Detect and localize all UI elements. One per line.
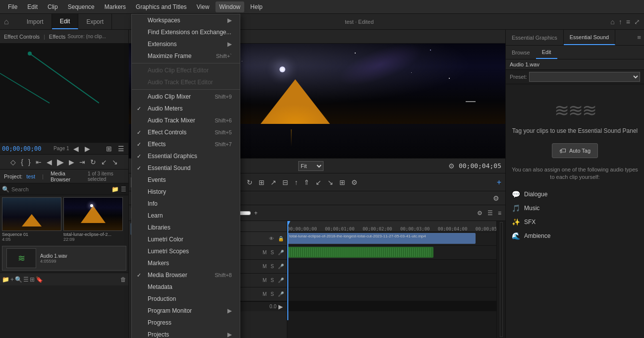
new-bin-btn[interactable]: 📁 [2,276,9,283]
source-settings-btn[interactable]: ⊞ [104,144,114,154]
menu-item-markers[interactable]: Markers [132,257,240,269]
program-safe-margins[interactable]: ⊞ [257,177,267,187]
menu-sequence[interactable]: Sequence [64,1,99,12]
home-icon[interactable]: ⌂ [4,17,9,26]
maximize-icon[interactable]: ⤢ [634,18,640,26]
find-btn[interactable]: 🔍 [15,276,22,283]
a2-3-s[interactable]: S [269,291,275,297]
source-step-fwd[interactable]: ▶ [67,157,76,167]
a2-2-mic[interactable]: 🎤 [277,278,285,283]
menu-item-metadata[interactable]: Metadata [132,281,240,293]
zoom-in-btn[interactable]: + [252,209,260,218]
program-overwrite[interactable]: ↘ [325,177,335,187]
menu-item-effects[interactable]: ✓ Effects Shift+7 [132,138,240,150]
menu-item-audio-track-mixer[interactable]: Audio Track Mixer Shift+6 [132,114,240,126]
panel-menu-btn[interactable]: ≡ [496,209,503,218]
a2-3-m[interactable]: M [262,291,268,297]
menu-item-workspaces[interactable]: Workspaces ▶ [132,14,240,26]
a1-clip[interactable] [287,247,433,258]
page-prev-btn[interactable]: ◀ [71,144,81,154]
menu-item-history[interactable]: History [132,186,240,198]
program-settings-btn[interactable]: ⚙ [446,161,457,171]
a2-3-mic[interactable]: 🎤 [277,291,285,297]
menu-item-maximize-frame[interactable]: Maximize Frame Shift+` [132,50,240,62]
program-trim[interactable]: ⊟ [280,177,290,187]
menu-graphics[interactable]: Graphics and Titles [132,1,191,12]
source-step-back[interactable]: ◀ [45,157,54,167]
sub-tab-edit[interactable]: Edit [536,46,557,59]
settings-btn[interactable]: ⚙ [475,209,484,218]
list-btn[interactable]: ☰ [485,209,495,218]
preset-select[interactable] [529,72,640,82]
a1-mic-btn[interactable]: 🎤 [277,250,285,255]
a2-1-mic[interactable]: 🎤 [277,264,285,269]
source-in-point[interactable]: { [19,157,25,167]
source-overwrite[interactable]: ↘ [110,157,120,167]
menu-item-essential-graphics[interactable]: ✓ Essential Graphics [132,150,240,162]
settings-icon-top[interactable]: ≡ [626,18,630,26]
menu-item-lumetri-scopes[interactable]: Lumetri Scopes [132,245,240,257]
audio-type-music[interactable]: 🎵 Music [512,201,638,215]
menu-item-projects[interactable]: Projects ▶ [132,329,240,338]
v1-lock-btn[interactable]: 🔒 [277,236,285,241]
audio-item[interactable]: ≋ Audio 1.wav 4:05599 [2,246,126,271]
program-export-frame[interactable]: ↗ [268,177,278,187]
a2-1-m[interactable]: M [262,264,268,269]
list-view-btn[interactable]: ☰ [121,186,126,193]
menu-edit[interactable]: Edit [23,1,42,12]
menu-item-audio-clip-mixer[interactable]: Audio Clip Mixer Shift+9 [132,91,240,103]
page-next-btn[interactable]: ▶ [83,144,92,154]
menu-item-program-monitor[interactable]: Program Monitor ▶ [132,305,240,317]
tab-essential-graphics[interactable]: Essential Graphics [506,30,564,45]
tab-essential-sound[interactable]: Essential Sound [564,30,616,45]
v1-clip[interactable]: total-lunar-eclipse-of-2018-the-longest-… [287,233,476,244]
page-label[interactable]: Page 1 [54,146,69,151]
menu-item-media-browser[interactable]: ✓ Media Browser Shift+8 [132,269,240,281]
source-add-marker[interactable]: ◇ [8,157,18,167]
source-out-point[interactable]: } [26,157,33,167]
a2-1-s[interactable]: S [269,264,275,269]
mix-play-btn[interactable]: ▶ [276,302,285,311]
program-loop[interactable]: ↻ [245,177,255,187]
menu-item-libraries[interactable]: Libraries [132,222,240,233]
program-settings2[interactable]: ⚙ [349,177,360,187]
menu-view[interactable]: View [193,1,214,12]
menu-item-production[interactable]: Production [132,293,240,305]
audio-type-ambience[interactable]: 🌊 Ambience [512,229,638,243]
menu-item-extensions[interactable]: Extensions ▶ [132,38,240,50]
project-item-video[interactable]: total-lunar-eclipse-of-2... 22:09 [63,197,123,242]
audio-type-sfx[interactable]: ✨ SFX [512,215,638,229]
media-browser-tab[interactable]: Media Browser [51,170,80,182]
source-prev-edit[interactable]: ⇤ [34,157,44,167]
clear-btn[interactable]: 🗑 [120,276,126,283]
home-icon-right[interactable]: ⌂ [610,18,614,26]
project-search-input[interactable] [11,186,109,192]
menu-item-essential-sound[interactable]: ✓ Essential Sound [132,162,240,174]
menu-file[interactable]: File [4,1,21,12]
menu-window[interactable]: Window [215,1,245,12]
source-next-edit[interactable]: ⇥ [77,157,87,167]
menu-clip[interactable]: Clip [44,1,62,12]
right-panel-menu-btn[interactable]: ≡ [634,30,644,45]
a1-m-btn[interactable]: M [262,250,268,255]
source-insert[interactable]: ↙ [99,157,109,167]
menu-markers[interactable]: Markers [101,1,130,12]
sub-tab-browse[interactable]: Browse [506,46,536,59]
new-folder-btn[interactable]: 📁 [111,186,119,193]
menu-item-learn[interactable]: Learn [132,210,240,222]
menu-item-progress[interactable]: Progress [132,317,240,329]
menu-item-audio-meters[interactable]: ✓ Audio Meters [132,103,240,114]
new-item-btn[interactable]: + [10,276,14,283]
a2-2-m[interactable]: M [262,278,268,283]
menu-help[interactable]: Help [246,1,267,12]
timeline-settings[interactable]: ⚙ [491,193,501,203]
menu-item-lumetri-color[interactable]: Lumetri Color [132,233,240,245]
tab-edit[interactable]: Edit [52,14,79,29]
program-lift[interactable]: ↑ [292,177,300,187]
tab-import[interactable]: Import [19,14,52,29]
tab-export[interactable]: Export [78,14,112,29]
a1-s-btn[interactable]: S [269,250,275,255]
program-compare[interactable]: ⊞ [337,177,347,187]
a2-2-s[interactable]: S [269,278,275,283]
menu-item-effect-controls[interactable]: ✓ Effect Controls Shift+5 [132,126,240,138]
